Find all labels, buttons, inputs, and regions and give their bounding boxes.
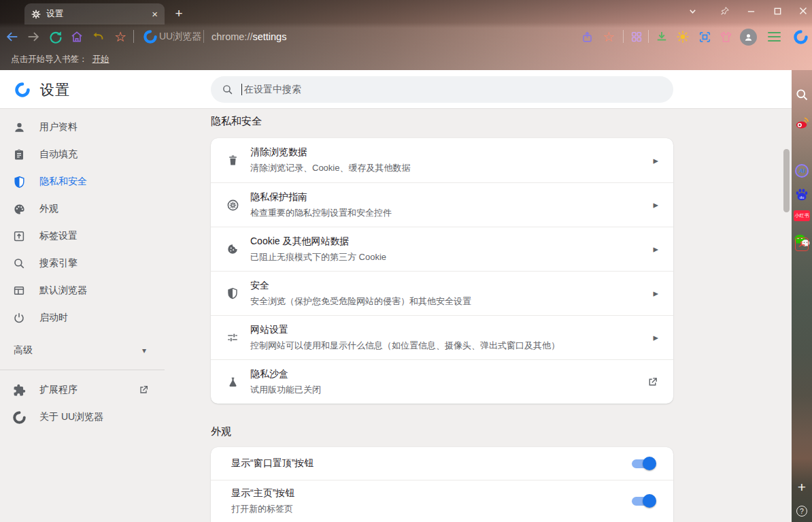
home-button-toggle[interactable]: [632, 497, 654, 506]
topmost-toggle[interactable]: [632, 459, 654, 468]
favorite-star-icon[interactable]: ☆: [599, 25, 618, 49]
row-show-home-button[interactable]: 显示“主页”按钮 打开新的标签页: [211, 480, 673, 522]
tab-close-icon[interactable]: ×: [152, 9, 158, 19]
trash-icon: [226, 154, 239, 167]
profile-avatar[interactable]: [739, 25, 758, 49]
rail-search-icon[interactable]: [792, 88, 812, 101]
rail-xiaohongshu-icon[interactable]: 小红书: [792, 210, 812, 221]
rail-pdf-icon[interactable]: [792, 238, 812, 251]
sidebar-item-appearance[interactable]: 外观: [0, 195, 163, 223]
sidebar-advanced-toggle[interactable]: 高级 ▾: [0, 337, 163, 364]
row-subtitle: 试用版功能已关闭: [250, 384, 321, 396]
row-show-topmost-button[interactable]: 显示“窗口置顶”按钮: [211, 447, 673, 480]
sidebar-item-privacy[interactable]: 隐私和安全: [0, 168, 163, 195]
row-privacy-sandbox[interactable]: 隐私沙盒 试用版功能已关闭: [211, 359, 673, 404]
side-rail: 小红书 AI du + ?: [792, 70, 812, 522]
toolbar-divider: [648, 30, 649, 43]
address-bar[interactable]: chrome://settings: [212, 25, 286, 49]
privacy-card: 清除浏览数据 清除浏览记录、Cookie、缓存及其他数据 ▸ 隐私保护指南 检查…: [211, 138, 673, 404]
sidebar-item-extensions[interactable]: 扩展程序: [0, 376, 163, 404]
window-minimize-button[interactable]: [742, 3, 760, 19]
clipboard-icon: [12, 148, 26, 161]
sidebar-item-label: 外观: [39, 203, 58, 215]
home-button[interactable]: [67, 25, 86, 49]
scrollbar-thumb[interactable]: [783, 149, 790, 212]
row-subtitle: 安全浏览（保护您免受危险网站的侵害）和其他安全设置: [250, 295, 471, 308]
page-title: 设置: [40, 80, 70, 99]
screenshot-icon[interactable]: [695, 25, 714, 49]
forward-button[interactable]: [24, 25, 43, 49]
menu-icon[interactable]: [764, 25, 783, 49]
search-placeholder: 在设置中搜索: [244, 84, 301, 96]
tune-icon: [226, 331, 239, 344]
chevron-right-icon: ▸: [653, 199, 658, 211]
rail-baidu-icon[interactable]: du: [792, 187, 812, 202]
row-title: 清除浏览数据: [250, 146, 410, 159]
settings-search-input[interactable]: 在设置中搜索: [211, 76, 673, 103]
launch-icon: [647, 376, 658, 388]
row-cookies[interactable]: Cookie 及其他网站数据 已阻止无痕模式下的第三方 Cookie ▸: [211, 227, 673, 271]
bookmark-import-start-link[interactable]: 开始: [92, 54, 109, 65]
row-subtitle: 控制网站可以使用和显示什么信息（如位置信息、摄像头、弹出式窗口及其他）: [250, 340, 560, 352]
sidebar-item-label: 自动填充: [39, 148, 78, 161]
undo-icon[interactable]: [89, 25, 108, 49]
bookmark-import-hint: 点击开始导入书签：: [11, 54, 88, 65]
sidebar-item-startup[interactable]: 启动时: [0, 304, 163, 331]
person-icon: [12, 120, 26, 134]
toolbar-divider: [133, 30, 134, 43]
rail-weibo-icon[interactable]: [792, 116, 812, 130]
plus-label: +: [798, 479, 806, 495]
sidebar-item-label: 标签设置: [39, 230, 78, 242]
row-title: 网站设置: [250, 324, 560, 336]
share-icon[interactable]: [577, 25, 596, 49]
back-button[interactable]: [3, 25, 22, 49]
row-title: 隐私保护指南: [250, 191, 392, 203]
row-title: 隐私沙盒: [250, 368, 321, 380]
theme-shirt-icon[interactable]: [716, 25, 735, 49]
url-path: settings: [252, 31, 286, 42]
xiaohongshu-label: 小红书: [794, 210, 810, 221]
browser-tab-settings[interactable]: 设置 ×: [24, 3, 165, 25]
ai-label: AI: [795, 164, 809, 178]
sidebar-item-default-browser[interactable]: 默认浏览器: [0, 277, 163, 304]
settings-header: 设置 在设置中搜索: [0, 70, 792, 109]
apps-grid-icon[interactable]: [627, 25, 646, 49]
row-security[interactable]: 安全 安全浏览（保护您免受危险网站的侵害）和其他安全设置 ▸: [211, 271, 673, 315]
new-tab-button[interactable]: +: [171, 6, 186, 21]
chevron-right-icon: ▸: [653, 243, 658, 255]
row-subtitle: 打开新的标签页: [231, 503, 294, 515]
sidebar-item-label: 关于 UU浏览器: [39, 411, 103, 423]
sidebar-item-about[interactable]: 关于 UU浏览器: [0, 404, 163, 431]
window-close-button[interactable]: [794, 3, 812, 19]
rail-add-icon[interactable]: +: [792, 479, 812, 495]
night-mode-sun-icon[interactable]: [673, 25, 692, 49]
bookmark-star-icon[interactable]: ☆: [111, 25, 130, 49]
help-label: ?: [796, 506, 807, 517]
sidebar-item-label: 隐私和安全: [39, 176, 87, 188]
rail-ai-icon[interactable]: AI: [792, 164, 812, 178]
section-title-appearance: 外观: [211, 425, 231, 438]
reload-button[interactable]: [46, 25, 65, 49]
sidebar-divider: [0, 370, 165, 370]
uu-menu-logo-icon[interactable]: [791, 25, 810, 49]
gear-icon: [31, 10, 41, 19]
rail-help-icon[interactable]: ?: [792, 506, 812, 517]
window-maximize-button[interactable]: [768, 3, 786, 19]
chevron-right-icon: ▸: [653, 331, 658, 344]
search-icon: [222, 84, 233, 95]
palette-icon: [12, 202, 26, 216]
sidebar-item-tabs[interactable]: 标签设置: [0, 223, 163, 250]
row-title: 显示“窗口置顶”按钮: [231, 457, 314, 470]
row-clear-browsing-data[interactable]: 清除浏览数据 清除浏览记录、Cookie、缓存及其他数据 ▸: [211, 138, 673, 182]
window-pin-icon[interactable]: [716, 3, 734, 19]
sidebar-item-profile[interactable]: 用户资料: [0, 114, 163, 141]
sidebar-item-autofill[interactable]: 自动填充: [0, 141, 163, 168]
row-site-settings[interactable]: 网站设置 控制网站可以使用和显示什么信息（如位置信息、摄像头、弹出式窗口及其他）…: [211, 315, 673, 359]
window-chevron-down-icon[interactable]: [683, 3, 701, 19]
sidebar-item-search-engine[interactable]: 搜索引擎: [0, 250, 163, 277]
download-icon[interactable]: [652, 25, 671, 49]
url-divider: [203, 30, 204, 43]
shield-icon: [12, 175, 26, 189]
row-privacy-guide[interactable]: 隐私保护指南 检查重要的隐私控制设置和安全控件 ▸: [211, 182, 673, 227]
cookie-icon: [226, 242, 239, 256]
